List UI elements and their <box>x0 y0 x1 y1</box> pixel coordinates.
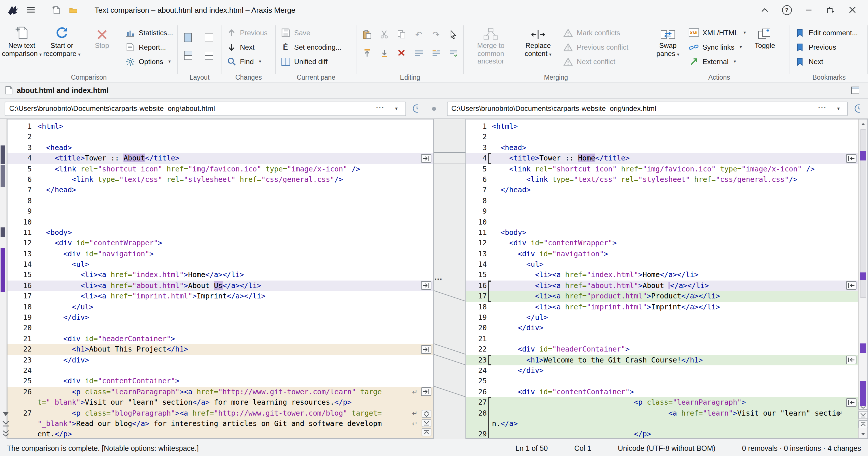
scroll-change-marker[interactable] <box>860 273 866 280</box>
find-button[interactable]: Find▾ <box>223 55 271 67</box>
collapse-ribbon-button[interactable] <box>755 2 775 17</box>
merge-right-button[interactable] <box>421 281 431 290</box>
scroll-change-marker[interactable] <box>860 343 866 353</box>
edit-comment-button[interactable]: Edit comment... <box>792 27 861 39</box>
minimize-button[interactable] <box>799 2 818 17</box>
unified-diff-button[interactable]: Unified diff <box>277 55 344 67</box>
code-row[interactable]: 4 <title>Tower :: About</title> <box>7 153 433 164</box>
new-text-comparison-button[interactable]: New text comparison▾ <box>2 23 42 58</box>
merge-left-button[interactable] <box>846 154 857 163</box>
code-row[interactable]: 11 <body> <box>466 227 858 238</box>
code-row[interactable]: 9 <box>7 206 433 217</box>
new-document-button[interactable] <box>49 2 63 17</box>
code-row[interactable]: 15 <li><a href="index.html">Home</a></li… <box>7 270 433 281</box>
statistics-button[interactable]: Statistics... <box>122 27 176 39</box>
code-row[interactable]: 24 <box>7 365 433 376</box>
code-row[interactable]: 13 <div id="navigation"> <box>7 249 433 259</box>
code-row[interactable]: 2 <box>7 132 433 143</box>
report-button[interactable]: Report... <box>122 41 176 53</box>
path-dropdown-button[interactable]: ▾ <box>834 105 843 112</box>
show-differences-list-button[interactable] <box>411 46 426 59</box>
change-map-marker[interactable] <box>1 145 5 164</box>
code-row[interactable]: 4 <title>Tower :: Home</title> <box>466 153 858 164</box>
code-row[interactable]: 20 </div> <box>466 323 858 334</box>
code-row[interactable]: 3 <head> <box>7 143 433 153</box>
code-row[interactable]: 17 <li><a href="product.html">Product</a… <box>466 291 858 302</box>
code-row[interactable]: 25 <div id="contentContainer"> <box>7 376 433 387</box>
set-encoding-button[interactable]: É Set encoding... <box>277 41 344 53</box>
scroll-change-marker[interactable] <box>860 151 866 161</box>
code-row[interactable]: 9 <box>466 206 858 217</box>
next-difference-button[interactable] <box>858 411 868 419</box>
layout-horizontal-split-button[interactable] <box>181 49 195 62</box>
remove-change-button[interactable] <box>394 46 409 59</box>
change-map-marker[interactable] <box>1 165 5 187</box>
left-path-field[interactable]: C:\Users\brunobrito\Documents\carparts-w… <box>5 101 406 116</box>
swap-panes-button[interactable]: Swap panes▾ <box>650 23 686 58</box>
code-row[interactable]: 26 <p class="learnParagraph"><a href="ht… <box>7 387 433 397</box>
change-map-marker[interactable] <box>1 227 5 237</box>
show-changed-lines-button[interactable] <box>429 46 443 59</box>
next-change-button[interactable]: Next <box>223 41 271 53</box>
history-icon[interactable] <box>409 102 421 115</box>
code-row[interactable]: 20 <box>7 323 433 334</box>
merge-right-button[interactable] <box>421 154 431 163</box>
code-row[interactable]: 15 <li><a href="index.html">Home</a></li… <box>466 270 858 281</box>
code-row[interactable]: 7 </head> <box>7 185 433 196</box>
layout-three-panes-button[interactable] <box>201 31 216 44</box>
code-row[interactable]: 16 <li><a href="about.html">About Us</a>… <box>7 281 433 291</box>
start-or-recompare-button[interactable]: Start or recompare▾ <box>42 23 82 58</box>
code-row[interactable]: 26 <div id="contentContainer"> <box>466 387 858 397</box>
code-row[interactable]: n.</a> <box>466 419 858 429</box>
code-row[interactable]: 12 <div id="contentWrapper"> <box>466 238 858 249</box>
replace-content-button[interactable]: Replace content▾ <box>516 23 560 58</box>
code-row[interactable]: 18 </ul> <box>7 302 433 312</box>
merge-left-button[interactable] <box>846 281 857 290</box>
change-map-marker[interactable] <box>1 248 5 292</box>
code-row[interactable]: 27 <p class="blogParagraph"><a href="htt… <box>7 408 433 419</box>
previous-bookmark-button[interactable]: Previous <box>792 41 861 53</box>
code-row[interactable]: 22 <h1>About This Project</h1> <box>7 344 433 355</box>
code-row[interactable]: 7 </head> <box>466 185 858 196</box>
path-more-button[interactable]: ··· <box>373 103 388 112</box>
help-button[interactable]: ? <box>777 2 797 17</box>
code-row[interactable]: ent.</p> <box>7 429 433 439</box>
toggle-button[interactable]: Toggle <box>749 23 781 50</box>
code-row[interactable]: 25 <box>466 376 858 387</box>
next-bookmark-button[interactable]: Next <box>792 55 861 67</box>
layout-two-panes-button[interactable] <box>181 31 195 44</box>
scroll-down-button[interactable] <box>859 429 867 438</box>
code-row[interactable]: 14 <ul> <box>7 259 433 270</box>
external-button[interactable]: External▾ <box>686 55 749 67</box>
code-row[interactable]: 10 <box>466 217 858 227</box>
maximize-button[interactable] <box>821 2 840 17</box>
shift-change-up-button[interactable] <box>359 46 374 59</box>
code-row[interactable]: 21 <div id="headerContainer"> <box>7 334 433 344</box>
code-row[interactable]: "_blank">Read our blog</a> for interesti… <box>7 419 433 429</box>
code-row[interactable]: 5 <link rel="shortcut icon" href="img/fa… <box>7 164 433 174</box>
pane-layout-button[interactable] <box>848 83 863 98</box>
shift-change-down-button[interactable] <box>377 46 392 59</box>
code-row[interactable]: 12 <div id="contentWrapper"> <box>7 238 433 249</box>
right-code-pane[interactable]: 1<html>23 <head>4 <title>Tower :: Home</… <box>465 119 868 439</box>
path-more-button[interactable]: ··· <box>815 103 830 112</box>
left-code-pane[interactable]: 1<html>23 <head>4 <title>Tower :: About<… <box>7 119 434 439</box>
code-row[interactable]: 13 <div id="navigation"> <box>466 249 858 259</box>
merge-right-button[interactable] <box>421 388 431 396</box>
code-row[interactable]: 6 <link type="text/css" rel="stylesheet"… <box>466 174 858 185</box>
code-row[interactable]: 29 </p> <box>466 429 858 438</box>
code-row[interactable]: 1<html> <box>7 121 433 132</box>
code-row[interactable]: 19 </div> <box>7 312 433 323</box>
code-row[interactable]: 6 <link type="text/css" rel="stylesheet"… <box>7 174 433 185</box>
right-path-field[interactable]: C:\Users\brunobrito\Documents\carparts-w… <box>447 101 848 116</box>
change-map-strip[interactable] <box>0 119 7 439</box>
layout-single-pane-button[interactable] <box>201 49 216 62</box>
next-difference-button[interactable] <box>422 419 431 427</box>
merge-left-button[interactable] <box>846 398 857 407</box>
code-row[interactable]: 3 <head> <box>466 143 858 153</box>
merge-left-button[interactable] <box>846 355 857 364</box>
code-row[interactable]: t="_blank">Visit our "learn" section</a>… <box>7 397 433 408</box>
previous-difference-button[interactable] <box>858 420 868 428</box>
xml-html-button[interactable]: XML XML/HTML▾ <box>686 27 749 39</box>
sync-scroll-button[interactable] <box>422 410 431 418</box>
